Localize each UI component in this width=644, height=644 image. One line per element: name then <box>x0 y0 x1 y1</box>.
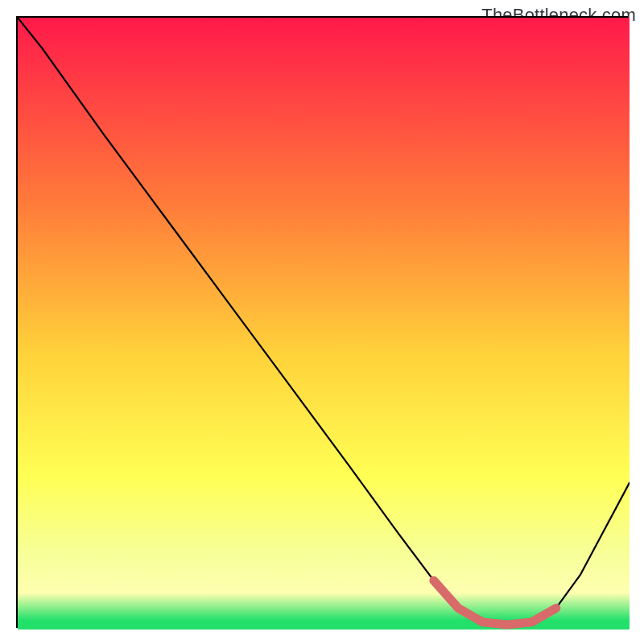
chart-svg <box>18 18 630 630</box>
plot-area <box>16 16 628 628</box>
gradient-background <box>18 18 630 630</box>
bottleneck-chart: TheBottleneck.com <box>0 0 644 644</box>
